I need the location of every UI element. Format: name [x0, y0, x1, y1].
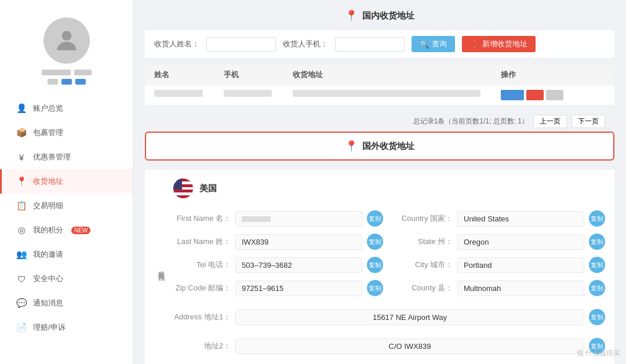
sidebar-item-address-label: 收货地址 — [33, 176, 63, 187]
domestic-table: 姓名 手机 收货地址 操作 — [145, 65, 614, 105]
foreign-section-title: 国外收货地址 — [362, 141, 414, 152]
col-action: 操作 — [501, 70, 605, 80]
sidebar-item-security-label: 安全中心 — [33, 274, 63, 284]
sidebar-item-notification-label: 通知消息 — [33, 298, 63, 308]
search-icon: 🔍 — [420, 40, 430, 49]
sidebar-item-points[interactable]: ◎ 我的积分 NEW — [0, 218, 133, 242]
svg-point-0 — [61, 31, 71, 41]
copy-last-name-button[interactable]: 复制 — [367, 234, 383, 250]
table-row — [145, 85, 614, 105]
copy-zip-button[interactable]: 复制 — [367, 280, 383, 296]
copy-tel-button[interactable]: 复制 — [367, 257, 383, 273]
sidebar-item-complaint-label: 理赔/申诉 — [33, 322, 65, 333]
first-name-value — [235, 211, 362, 227]
zip-label: Zip Code 邮编： — [173, 283, 231, 293]
account-icon: 👤 — [16, 103, 27, 114]
sidebar-item-account[interactable]: 👤 账户总览 — [0, 96, 133, 121]
copy-first-name-button[interactable]: 复制 — [367, 210, 383, 227]
avatar — [43, 17, 90, 64]
sidebar-item-package[interactable]: 📦 包裹管理 — [0, 121, 133, 145]
address2-value: C/O IWX839 — [235, 338, 584, 354]
sidebar-item-transaction-label: 交易明细 — [33, 201, 63, 211]
address1-row: Address 地址1： 15617 NE Airport Way 复制 — [173, 305, 605, 329]
state-value: Oregon — [457, 234, 584, 250]
security-icon: 🛡 — [16, 274, 27, 284]
county-row: County 县： Multnomah 复制 — [395, 276, 605, 300]
country-value: United States — [457, 211, 584, 227]
pagination-info: 总记录1条（当前页数1/1; 总页数: 1） — [413, 117, 529, 126]
pagination-bar: 总记录1条（当前页数1/1; 总页数: 1） 上一页 下一页 — [145, 111, 614, 132]
watermark: 值 什么值得买 — [577, 348, 620, 358]
coupon-icon: ¥ — [16, 152, 27, 162]
sidebar-nav: 👤 账户总览 📦 包裹管理 ¥ 优惠券管理 📍 收货地址 📋 交易明细 ◎ 我的… — [0, 96, 133, 340]
sidebar-username — [42, 70, 92, 75]
address-icon: 📍 — [16, 176, 27, 187]
foreign-section-header[interactable]: 📍 国外收货地址 — [145, 132, 614, 161]
notification-icon: 💬 — [16, 298, 27, 308]
zip-row: Zip Code 邮编： 97251–9615 复制 — [173, 276, 383, 300]
copy-county-button[interactable]: 复制 — [589, 280, 605, 296]
us-address-grid: First Name 名： 复制 Last Name 姓： IWX839 复制 — [173, 207, 605, 358]
query-button[interactable]: 🔍 查询 — [412, 36, 455, 52]
domestic-search-bar: 收货人姓名： 收货人手机： 🔍 查询 📍 新增收货地址 — [145, 30, 614, 58]
name-search-input[interactable] — [206, 37, 276, 52]
sidebar-item-transaction[interactable]: 📋 交易明细 — [0, 194, 133, 218]
county-value: Multnomah — [457, 281, 584, 296]
sidebar-item-invite[interactable]: 👥 我的邀请 — [0, 242, 133, 267]
side-state-label2: 免税州 — [155, 268, 168, 270]
state-row: State 州： Oregon 复制 — [395, 230, 605, 253]
add-address-button[interactable]: 📍 新增收货地址 — [462, 36, 536, 52]
transaction-icon: 📋 — [16, 201, 27, 211]
sidebar-item-coupon[interactable]: ¥ 优惠券管理 — [0, 145, 133, 169]
package-icon: 📦 — [16, 128, 27, 138]
prev-page-button[interactable]: 上一页 — [533, 115, 567, 128]
table-header: 姓名 手机 收货地址 操作 — [145, 65, 614, 85]
us-country-header: 美国 — [173, 178, 605, 199]
main-content: 📍 国内收货地址 收货人姓名： 收货人手机： 🔍 查询 📍 新增收货地址 姓名 … — [133, 0, 626, 364]
sidebar-item-address[interactable]: 📍 收货地址 — [0, 169, 133, 194]
phone-search-label: 收货人手机： — [283, 39, 328, 49]
phone-search-input[interactable] — [335, 37, 405, 52]
city-label: City 城市： — [395, 260, 453, 270]
copy-address1-button[interactable]: 复制 — [589, 309, 605, 325]
domestic-location-icon: 📍 — [345, 9, 358, 22]
sidebar-item-security[interactable]: 🛡 安全中心 — [0, 267, 133, 291]
last-name-label: Last Name 姓： — [173, 236, 231, 247]
col-name: 姓名 — [154, 70, 224, 80]
city-row: City 城市： Portland 复制 — [395, 253, 605, 276]
points-badge: NEW — [71, 227, 90, 234]
sidebar-item-package-label: 包裹管理 — [33, 128, 63, 138]
first-name-label: First Name 名： — [173, 213, 231, 224]
address1-label: Address 地址1： — [173, 312, 231, 322]
city-value: Portland — [457, 257, 584, 273]
address1-value: 15617 NE Airport Way — [235, 310, 584, 325]
sidebar-item-notification[interactable]: 💬 通知消息 — [0, 291, 133, 315]
country-label: Country 国家： — [395, 213, 453, 224]
state-label: State 州： — [395, 236, 453, 247]
tel-label: Tel 电话： — [173, 260, 231, 270]
us-country-section: 俄勒冈州 免税州 美国 First Name 名： — [145, 170, 614, 364]
address2-row: 地址2： C/O IWX839 复制 — [173, 334, 605, 358]
complaint-icon: 📄 — [16, 322, 27, 333]
last-name-row: Last Name 姓： IWX839 复制 — [173, 230, 383, 253]
next-page-button[interactable]: 下一页 — [572, 115, 605, 128]
zip-value: 97251–9615 — [235, 281, 362, 296]
us-country-name: 美国 — [199, 183, 217, 194]
sidebar-item-complaint[interactable]: 📄 理赔/申诉 — [0, 315, 133, 340]
address2-label: 地址2： — [173, 341, 231, 351]
col-phone: 手机 — [224, 70, 293, 80]
invite-icon: 👥 — [16, 249, 27, 260]
add-location-icon: 📍 — [470, 40, 480, 49]
sidebar-item-points-label: 我的积分 — [33, 225, 63, 235]
last-name-value: IWX839 — [235, 234, 362, 250]
copy-country-button[interactable]: 复制 — [589, 210, 605, 227]
tel-row: Tel 电话： 503–739–3682 复制 — [173, 253, 383, 276]
name-search-label: 收货人姓名： — [154, 39, 199, 49]
sidebar: 👤 账户总览 📦 包裹管理 ¥ 优惠券管理 📍 收货地址 📋 交易明细 ◎ 我的… — [0, 0, 133, 364]
sidebar-item-account-label: 账户总览 — [33, 103, 63, 114]
domestic-section-title-bar: 📍 国内收货地址 — [145, 9, 614, 22]
county-label: County 县： — [395, 283, 453, 293]
col-address: 收货地址 — [293, 70, 501, 80]
copy-state-button[interactable]: 复制 — [589, 234, 605, 250]
copy-city-button[interactable]: 复制 — [589, 257, 605, 273]
